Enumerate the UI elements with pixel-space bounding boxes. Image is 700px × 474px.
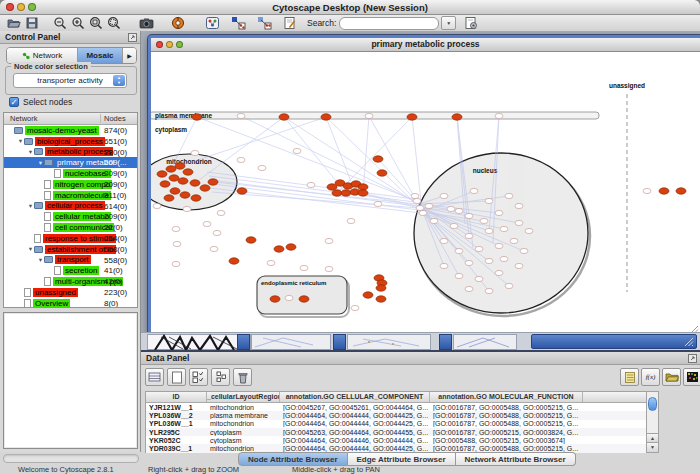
tree-row[interactable]: ▼primary metabol209(... <box>4 157 137 168</box>
network-overview-icon[interactable] <box>203 16 221 30</box>
annotation-icon[interactable] <box>281 16 299 30</box>
folder-icon <box>34 202 43 209</box>
new-attribute-button[interactable] <box>167 368 186 386</box>
snapshot-icon[interactable] <box>137 16 155 30</box>
zoom-out-icon[interactable] <box>51 16 69 30</box>
folder-icon <box>24 138 33 145</box>
expand-arrow-icon[interactable]: ▼ <box>37 160 44 166</box>
table-cell: [GO:0044464, GO:0044446, GO:0044444, G..… <box>280 437 430 444</box>
expand-arrow-icon[interactable]: ▼ <box>27 203 34 209</box>
import-attributes-icon[interactable] <box>255 16 273 30</box>
tree-row[interactable]: ▼metabolic process280(0) <box>4 147 137 158</box>
expand-arrow-icon[interactable]: ▼ <box>37 257 44 263</box>
network-window-titlebar[interactable]: primary metabolic process <box>151 38 700 52</box>
tree-row-label: biological_process <box>35 137 105 146</box>
file-icon <box>34 234 41 243</box>
background-window-titlebar[interactable] <box>333 334 346 350</box>
tree-row[interactable]: multi-organism pro42(0) <box>4 276 137 287</box>
background-window-titlebar[interactable] <box>439 334 452 350</box>
svg-text:plasma membrane: plasma membrane <box>155 112 212 120</box>
table-row[interactable]: YJR121W__1mitochondrion[GO:0045267, GO:0… <box>146 403 647 411</box>
formula-builder-button[interactable]: f(x) <box>641 368 660 386</box>
tree-row[interactable]: nitrogen compo209(0) <box>4 179 137 190</box>
table-cell: [GO:0016787, GO:0005488, GO:0005215, G..… <box>430 420 583 427</box>
main-toolbar: Search: ▼ <box>0 15 700 32</box>
import-network-icon[interactable] <box>229 16 247 30</box>
tree-row[interactable]: ▼biological_process651(0) <box>4 136 137 147</box>
tree-row[interactable]: nucleobase-209(0) <box>4 168 137 179</box>
zoom-selected-icon[interactable] <box>105 16 123 30</box>
tree-row-node-count: 41(0) <box>104 266 123 275</box>
attribute-table[interactable]: ID _cellularLayoutRegion annotation.GO C… <box>145 391 648 453</box>
tree-row[interactable]: mosaic-demo-yeast874(0) <box>4 125 137 136</box>
tree-row[interactable]: ▼cellular process614(0) <box>4 201 137 212</box>
expand-arrow-icon[interactable]: ▼ <box>27 246 34 252</box>
tree-row[interactable]: unassigned223(0) <box>4 287 137 298</box>
background-window-titlebar[interactable] <box>237 334 250 350</box>
folder-icon <box>14 127 23 134</box>
tree-row[interactable]: response to stimulu264(0) <box>4 233 137 244</box>
table-cell: mitochondrion <box>207 420 280 427</box>
scrollbar-thumb[interactable] <box>648 397 657 411</box>
select-nodes-checkbox[interactable]: ✓ <box>9 97 19 107</box>
table-row[interactable]: YKR052Ccytoplasm[GO:0044464, GO:0044446,… <box>146 436 647 444</box>
search-input[interactable] <box>339 17 439 30</box>
tab-overflow-arrow[interactable]: ▶ <box>123 48 136 63</box>
tree-row[interactable]: cell communicat22(0) <box>4 222 137 233</box>
file-icon <box>44 212 51 221</box>
network-canvas[interactable]: plasma membranecytoplasmmitochondrionnuc… <box>151 52 700 336</box>
help-ring-icon[interactable] <box>169 16 187 30</box>
tree-row[interactable]: cellular metabo209(0) <box>4 211 137 222</box>
tree-row-node-count: 209(0) <box>104 169 127 178</box>
birds-eye-view[interactable] <box>3 312 138 449</box>
tree-row[interactable]: macromolecule311(0) <box>4 190 137 201</box>
tree-header: Network Nodes <box>4 113 137 125</box>
dropdown-stepper-icon: ▲▼ <box>113 75 125 86</box>
tree-row-node-count: 874(0) <box>104 126 127 135</box>
delete-attribute-button[interactable] <box>233 368 252 386</box>
table-row[interactable]: YPL036W__1mitochondrion[GO:0044464, GO:0… <box>146 420 647 428</box>
table-row[interactable]: YPL036W__2plasma membrane[GO:0044464, GO… <box>146 411 647 419</box>
desktop-pane: primary metabolic process plasma membran… <box>141 31 700 352</box>
network-view-window: primary metabolic process plasma membran… <box>148 35 700 339</box>
tree-row-label: cellular metabo <box>53 212 111 221</box>
search-options-icon[interactable] <box>462 16 480 30</box>
file-icon <box>24 299 31 308</box>
table-cell: YLR295C <box>146 429 207 436</box>
matrix-view-button[interactable] <box>683 368 700 386</box>
tab-network[interactable]: Network <box>7 48 78 63</box>
tree-row-label: mosaic-demo-yeast <box>25 126 99 135</box>
tree-row-node-count: 311(0) <box>104 191 127 200</box>
color-attribute-dropdown[interactable]: transporter activity ▲▼ <box>13 73 127 88</box>
attribute-table-header[interactable]: ID _cellularLayoutRegion annotation.GO C… <box>146 392 647 403</box>
tree-row[interactable]: ▼establishment of lo558(0) <box>4 244 137 255</box>
open-icon[interactable] <box>5 16 23 30</box>
import-attributes-button[interactable] <box>662 368 681 386</box>
tree-row[interactable]: ▼transport558(0) <box>4 255 137 266</box>
tree-row[interactable]: secretion41(0) <box>4 265 137 276</box>
zoom-fit-icon[interactable] <box>87 16 105 30</box>
show-columns-button[interactable] <box>145 368 164 386</box>
node-color-selection-group: Node color selection transporter activit… <box>5 66 137 95</box>
search-dropdown-button[interactable]: ▼ <box>441 16 456 30</box>
table-scrollbar[interactable]: ▲ ▼ <box>646 391 659 453</box>
background-window-titlebar[interactable] <box>531 334 697 349</box>
table-cell: cytoplasm <box>207 429 280 436</box>
table-row[interactable]: YLR295Ccytoplasm[GO:0045263, GO:0044464,… <box>146 428 647 436</box>
status-zoom-hint: Right-click + drag to ZOOM <box>148 465 239 474</box>
scroll-down-button[interactable]: ▼ <box>647 442 658 452</box>
tree-row[interactable]: Overview8(0) <box>4 298 137 308</box>
float-panel-icon[interactable] <box>128 33 137 46</box>
col-molecular-function: annotation.GO MOLECULAR_FUNCTION <box>430 392 583 402</box>
network-graph[interactable]: plasma membranecytoplasmmitochondrionnuc… <box>151 52 694 331</box>
save-icon[interactable] <box>23 16 41 30</box>
expand-arrow-icon[interactable]: ▼ <box>27 149 34 155</box>
attribute-grid-button[interactable] <box>211 368 230 386</box>
notes-button[interactable] <box>620 368 639 386</box>
table-cell: YPL036W__2 <box>146 412 207 419</box>
select-attributes-button[interactable] <box>189 368 208 386</box>
tree-row-node-count: 42(0) <box>104 277 123 286</box>
zoom-in-icon[interactable] <box>69 16 87 30</box>
expand-arrow-icon[interactable]: ▼ <box>17 138 24 144</box>
tab-mosaic[interactable]: Mosaic <box>78 48 123 63</box>
